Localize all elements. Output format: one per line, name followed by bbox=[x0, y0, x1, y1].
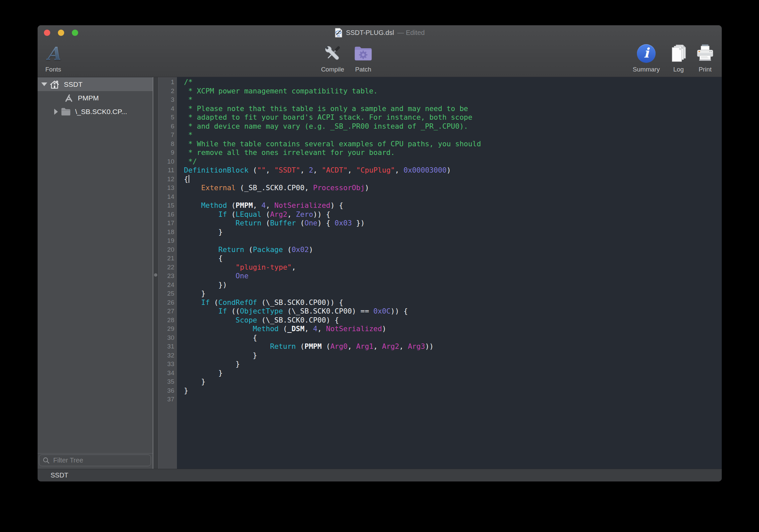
code-line[interactable]: One bbox=[184, 272, 722, 281]
code-line[interactable]: } bbox=[184, 369, 722, 378]
line-number: 14 bbox=[159, 193, 174, 201]
line-number: 36 bbox=[159, 386, 174, 395]
line-number: 31 bbox=[159, 342, 174, 351]
code-line[interactable] bbox=[184, 395, 722, 404]
tree-item-label: SSDT bbox=[64, 80, 82, 88]
status-text: SSDT bbox=[51, 471, 68, 479]
line-number: 20 bbox=[159, 245, 174, 254]
line-number: 27 bbox=[159, 307, 174, 316]
code-line[interactable]: Return (Buffer (One) { 0x03 }) bbox=[184, 219, 722, 228]
code-line[interactable]: * adapted to fit your board's ACPI stack… bbox=[184, 113, 722, 122]
line-number-gutter: 1234567891011121314151617181920212223242… bbox=[159, 77, 177, 469]
code-line[interactable]: * While the table contains several examp… bbox=[184, 140, 722, 149]
house-icon bbox=[49, 79, 60, 90]
code-line[interactable]: "plugin-type", bbox=[184, 263, 722, 272]
line-number: 23 bbox=[159, 272, 174, 281]
line-number: 22 bbox=[159, 263, 174, 272]
line-number: 6 bbox=[159, 122, 174, 131]
filter-bar bbox=[38, 453, 153, 469]
code-line[interactable]: } bbox=[184, 289, 722, 298]
line-number: 18 bbox=[159, 228, 174, 237]
folder-icon bbox=[61, 107, 71, 117]
text-caret bbox=[189, 175, 189, 183]
svg-text:DSL: DSL bbox=[337, 35, 340, 37]
code-line[interactable]: Method (PMPM, 4, NotSerialized) { bbox=[184, 201, 722, 210]
code-line[interactable]: { bbox=[184, 254, 722, 263]
line-number: 25 bbox=[159, 289, 174, 298]
code-line[interactable]: Scope (\_SB.SCK0.CP00) { bbox=[184, 316, 722, 325]
line-number: 32 bbox=[159, 351, 174, 360]
tree-item-ssdt[interactable]: SSDT bbox=[38, 77, 153, 91]
line-number: 1 bbox=[159, 78, 174, 87]
status-bar: SSDT bbox=[38, 469, 722, 481]
line-number: 11 bbox=[159, 166, 174, 175]
line-number: 30 bbox=[159, 333, 174, 342]
code-line[interactable]: * bbox=[184, 95, 722, 104]
code-line[interactable]: { bbox=[184, 333, 722, 342]
code-line[interactable]: * Please note that this table is only a … bbox=[184, 104, 722, 113]
line-number: 24 bbox=[159, 281, 174, 290]
document-icon: DSL bbox=[335, 28, 343, 38]
code-line[interactable]: } bbox=[184, 386, 722, 395]
code-text-area[interactable]: /* * XCPM power management compatibility… bbox=[177, 77, 722, 469]
code-line[interactable]: If (LEqual (Arg2, Zero)) { bbox=[184, 210, 722, 219]
code-line[interactable]: */ bbox=[184, 157, 722, 166]
window-title-text: SSDT-PLUG.dsl bbox=[346, 29, 394, 37]
tree-item-sb-sck0[interactable]: \_SB.SCK0.CP... bbox=[38, 105, 153, 118]
line-number: 2 bbox=[159, 87, 174, 96]
disclosure-collapsed-icon[interactable] bbox=[54, 109, 58, 115]
code-line[interactable]: } bbox=[184, 228, 722, 237]
window-title: DSL SSDT-PLUG.dsl — Edited bbox=[38, 25, 722, 40]
line-number: 37 bbox=[159, 395, 174, 404]
search-icon bbox=[42, 457, 50, 466]
tree-item-label: \_SB.SCK0.CP... bbox=[75, 108, 127, 116]
patch-folder-icon bbox=[353, 44, 373, 64]
patch-button[interactable]: Patch bbox=[340, 43, 386, 73]
window-edited-text: — Edited bbox=[397, 29, 425, 37]
code-line[interactable]: }) bbox=[184, 281, 722, 290]
ssdt-tree: SSDT PMPM bbox=[38, 77, 153, 453]
line-number: 26 bbox=[159, 298, 174, 307]
code-line[interactable]: * bbox=[184, 131, 722, 140]
code-line[interactable]: } bbox=[184, 351, 722, 360]
code-line[interactable]: Return (PMPM (Arg0, Arg1, Arg2, Arg3)) bbox=[184, 342, 722, 351]
code-line[interactable]: Method (_DSM, 4, NotSerialized) bbox=[184, 325, 722, 333]
code-line[interactable]: * remove all the ones irrelevant for you… bbox=[184, 148, 722, 157]
code-line[interactable]: } bbox=[184, 377, 722, 386]
line-number: 12 bbox=[159, 175, 174, 184]
line-number: 8 bbox=[159, 140, 174, 149]
maciasl-window: DSL SSDT-PLUG.dsl — Edited A Fonts bbox=[38, 25, 722, 481]
code-line[interactable]: DefinitionBlock ("", "SSDT", 2, "ACDT", … bbox=[184, 166, 722, 175]
line-number: 19 bbox=[159, 236, 174, 245]
filter-tree-input[interactable] bbox=[39, 455, 151, 466]
print-button[interactable]: Print bbox=[682, 43, 722, 73]
code-line[interactable] bbox=[184, 236, 722, 245]
code-line[interactable]: } bbox=[184, 360, 722, 369]
fonts-label: Fonts bbox=[45, 66, 61, 73]
code-editor[interactable]: 1234567891011121314151617181920212223242… bbox=[159, 77, 722, 469]
code-line[interactable]: { bbox=[184, 175, 722, 184]
code-line[interactable]: External (_SB_.SCK0.CP00, ProcessorObj) bbox=[184, 184, 722, 193]
disclosure-expanded-icon[interactable] bbox=[41, 82, 47, 86]
code-line[interactable]: * XCPM power management compatibility ta… bbox=[184, 87, 722, 96]
code-line[interactable]: If ((ObjectType (\_SB.SCK0.CP00) == 0x0C… bbox=[184, 307, 722, 316]
print-icon bbox=[695, 44, 715, 63]
line-number: 7 bbox=[159, 131, 174, 140]
info-icon: i bbox=[637, 44, 656, 63]
line-number: 5 bbox=[159, 113, 174, 122]
code-line[interactable]: * and device name may vary (e.g. _SB_.PR… bbox=[184, 122, 722, 131]
titlebar-toolbar: DSL SSDT-PLUG.dsl — Edited A Fonts bbox=[38, 25, 722, 77]
line-number: 10 bbox=[159, 157, 174, 166]
sidebar: SSDT PMPM bbox=[38, 77, 153, 469]
tree-item-pmpm[interactable]: PMPM bbox=[38, 91, 153, 105]
fonts-button[interactable]: A Fonts bbox=[38, 43, 76, 73]
line-number: 9 bbox=[159, 148, 174, 157]
line-number: 3 bbox=[159, 95, 174, 104]
code-line[interactable]: Return (Package (0x02) bbox=[184, 245, 722, 254]
content-area: SSDT PMPM bbox=[38, 77, 722, 469]
code-line[interactable] bbox=[184, 193, 722, 201]
line-number: 33 bbox=[159, 360, 174, 369]
sidebar-splitter[interactable] bbox=[153, 77, 159, 469]
code-line[interactable]: /* bbox=[184, 78, 722, 87]
code-line[interactable]: If (CondRefOf (\_SB.SCK0.CP00)) { bbox=[184, 298, 722, 307]
